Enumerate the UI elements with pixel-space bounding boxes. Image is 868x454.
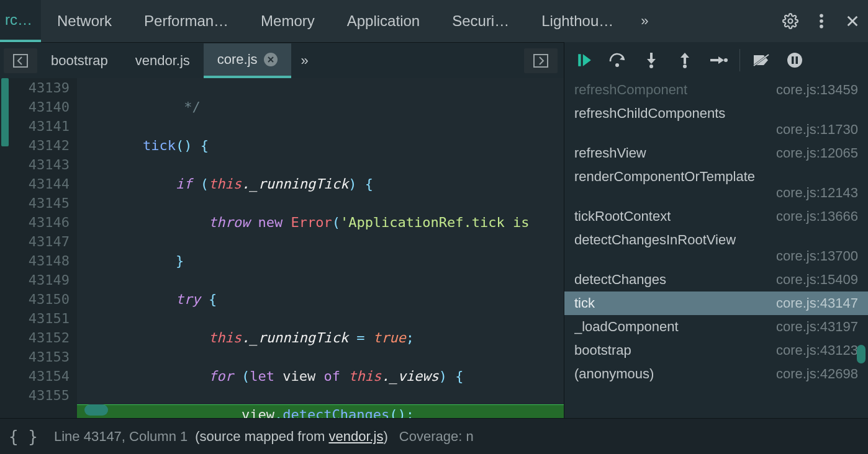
line-number: 43147: [0, 232, 70, 251]
show-navigator-button[interactable]: [4, 48, 37, 73]
svg-marker-14: [647, 59, 656, 64]
call-stack-frame[interactable]: detectChangesInRootViewcore.js:13700: [564, 228, 868, 268]
line-number: 43153: [0, 347, 70, 367]
frame-function-name: refreshComponent: [574, 82, 687, 98]
svg-point-1: [820, 14, 823, 18]
open-files-tabbar: bootstrap vendor.js core.js »: [0, 42, 564, 78]
frame-function-name: refreshChildComponents: [574, 105, 858, 122]
tab-network[interactable]: Network: [41, 0, 128, 42]
sources-toolbar-row: bootstrap vendor.js core.js »: [0, 42, 868, 78]
pause-exceptions-icon: [787, 52, 803, 68]
mapped-prefix: (source mapped from: [195, 429, 328, 444]
code-content[interactable]: */ tick() { if (this._runningTick) { thr…: [77, 78, 564, 418]
call-stack-frame[interactable]: detectChangescore.js:15409: [564, 268, 868, 292]
frame-function-name: tickRootContext: [574, 208, 671, 225]
svg-rect-19: [710, 59, 719, 61]
toolbar-separator: [739, 49, 740, 71]
frame-location: core.js:12065: [776, 145, 858, 161]
step-over-icon: [608, 53, 627, 68]
call-stack-frame[interactable]: tickcore.js:43147: [564, 292, 868, 315]
tabs-overflow-icon[interactable]: »: [630, 13, 659, 29]
pause-on-exceptions-button[interactable]: [779, 47, 811, 74]
resume-icon: [576, 52, 592, 68]
line-number: 43149: [0, 270, 70, 290]
file-tab-vendor[interactable]: vendor.js: [122, 43, 204, 78]
step-over-button[interactable]: [602, 47, 634, 74]
call-stack-frame[interactable]: refreshChildComponentscore.js:11730: [564, 102, 868, 141]
svg-point-25: [787, 53, 802, 68]
call-stack-frame[interactable]: (anonymous)core.js:42698: [564, 362, 868, 386]
debugger-controls: [564, 42, 868, 78]
nav-right-icon: [533, 54, 548, 68]
horizontal-scroll-thumb[interactable]: [84, 404, 108, 416]
call-stack-pane: refreshComponentcore.js:13459refreshChil…: [564, 78, 868, 418]
deactivate-breakpoints-button[interactable]: [745, 47, 777, 74]
pretty-print-button[interactable]: { }: [9, 427, 38, 446]
call-stack-frame[interactable]: refreshComponentcore.js:13459: [564, 78, 868, 102]
svg-point-2: [820, 19, 823, 23]
call-stack-frame[interactable]: refreshViewcore.js:12065: [564, 141, 868, 165]
code-editor[interactable]: 43139 43140 43141 43142 43143 43144 4314…: [0, 78, 564, 418]
tab-lighthouse[interactable]: Lighthou…: [525, 0, 630, 42]
close-devtools-button[interactable]: [837, 0, 868, 42]
resume-button[interactable]: [568, 47, 600, 74]
mapped-file-link[interactable]: vendor.js: [328, 429, 383, 444]
line-number: 43140: [0, 97, 70, 117]
close-icon: [268, 56, 274, 63]
gutter-scroll-indicator: [1, 78, 9, 146]
frame-location: core.js:43147: [776, 295, 858, 311]
step-button[interactable]: [702, 47, 735, 74]
tab-security[interactable]: Securi…: [436, 0, 525, 42]
line-gutter: 43139 43140 43141 43142 43143 43144 4314…: [0, 78, 77, 418]
call-stack-frame[interactable]: bootstrapcore.js:43123: [564, 339, 868, 362]
line-number: 43151: [0, 309, 70, 328]
frame-function-name: detectChanges: [574, 272, 666, 288]
line-number: 43139: [0, 78, 70, 97]
vertical-scroll-thumb[interactable]: [857, 345, 866, 363]
frame-function-name: _loadComponent: [574, 319, 679, 335]
frame-location: core.js:13666: [776, 208, 858, 225]
svg-marker-16: [680, 53, 689, 58]
svg-marker-11: [583, 54, 591, 66]
line-number: 43155: [0, 386, 70, 405]
file-tab-bootstrap[interactable]: bootstrap: [37, 43, 122, 78]
frame-location: core.js:42698: [776, 366, 858, 382]
more-button[interactable]: [806, 0, 837, 42]
svg-point-3: [820, 25, 823, 29]
svg-point-18: [683, 65, 687, 68]
line-number: 43150: [0, 290, 70, 309]
show-debugger-pane-button[interactable]: [524, 48, 558, 73]
file-tab-core[interactable]: core.js: [204, 43, 291, 78]
line-number: 43152: [0, 328, 70, 347]
tab-performance[interactable]: Performan…: [128, 0, 245, 42]
tab-sources[interactable]: rc…: [0, 0, 41, 42]
call-stack-frame[interactable]: _loadComponentcore.js:43197: [564, 315, 868, 339]
cursor-position: Line 43147, Column 1: [54, 429, 188, 445]
tab-application[interactable]: Application: [331, 0, 436, 42]
line-number: 43141: [0, 117, 70, 136]
file-tabs-overflow-icon[interactable]: »: [291, 53, 319, 69]
coverage-info: Coverage: n: [399, 429, 474, 445]
frame-location: core.js:13459: [776, 82, 858, 98]
call-stack-frame[interactable]: tickRootContextcore.js:13666: [564, 205, 868, 228]
svg-marker-20: [718, 56, 724, 64]
line-number: 43145: [0, 194, 70, 213]
nav-left-icon: [13, 54, 28, 68]
close-tab-button[interactable]: [264, 53, 278, 66]
call-stack-frame[interactable]: renderComponentOrTemplatecore.js:12143: [564, 165, 868, 205]
step-out-button[interactable]: [669, 47, 701, 74]
frame-location: core.js:11730: [574, 122, 858, 138]
close-icon: [846, 14, 859, 28]
tab-memory[interactable]: Memory: [245, 0, 331, 42]
step-out-icon: [679, 52, 691, 68]
svg-rect-27: [796, 56, 798, 64]
svg-point-0: [789, 19, 793, 24]
mapped-suffix: ): [384, 429, 388, 444]
sources-main: 43139 43140 43141 43142 43143 43144 4314…: [0, 78, 868, 418]
step-into-button[interactable]: [635, 47, 667, 74]
svg-point-12: [615, 63, 619, 67]
line-number: 43143: [0, 155, 70, 174]
svg-rect-10: [578, 54, 581, 66]
step-icon: [709, 54, 728, 66]
settings-button[interactable]: [775, 0, 806, 42]
